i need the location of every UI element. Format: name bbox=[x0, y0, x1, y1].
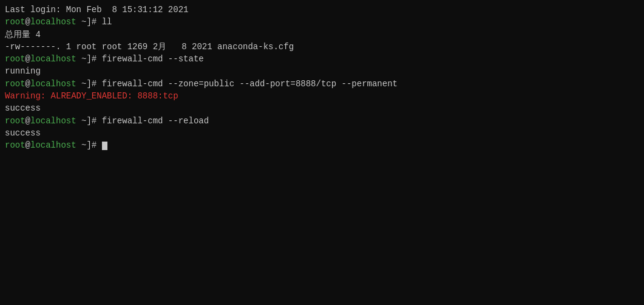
running-line: running bbox=[5, 65, 639, 77]
total-line: 总用量 4 bbox=[5, 29, 639, 41]
terminal-window[interactable]: Last login: Mon Feb 8 15:31:12 2021 root… bbox=[0, 0, 644, 305]
warning-line: Warning: ALREADY_ENABLED: 8888:tcp bbox=[5, 90, 639, 102]
file-list-line: -rw-------. 1 root root 1269 2月 8 2021 a… bbox=[5, 41, 639, 53]
success2-line: success bbox=[5, 127, 639, 139]
terminal-cursor bbox=[102, 142, 107, 150]
cmd-firewall-reload-line: root@localhost ~]# firewall-cmd --reload bbox=[5, 115, 639, 127]
active-prompt-line: root@localhost ~]# bbox=[5, 139, 639, 151]
cmd-ll-line: root@localhost ~]# ll bbox=[5, 16, 639, 28]
last-login-line: Last login: Mon Feb 8 15:31:12 2021 bbox=[5, 4, 639, 16]
cmd-firewall-state-line: root@localhost ~]# firewall-cmd --state bbox=[5, 53, 639, 65]
cmd-firewall-add-port-line: root@localhost ~]# firewall-cmd --zone=p… bbox=[5, 78, 639, 90]
success1-line: success bbox=[5, 102, 639, 114]
